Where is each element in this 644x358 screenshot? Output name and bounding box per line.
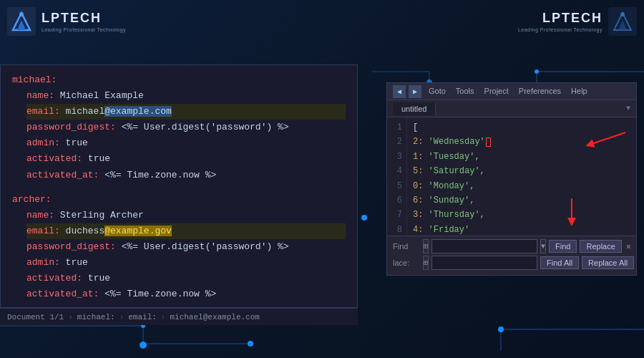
logo-left-sub: Leading Professional Technology: [42, 27, 126, 32]
svg-point-21: [620, 12, 625, 16]
sublime-tab-untitled[interactable]: untitled: [393, 102, 436, 115]
replace-row: lace: ⊞ Find All Replace All: [393, 256, 630, 270]
ln-2: 2: [391, 135, 402, 149]
sublime-menubar: ◀ ▶ Goto Tools Project Preferences Help: [387, 83, 636, 100]
archer-fields: name: Sterling Archer email: duchess@exa…: [12, 208, 346, 303]
replace-all-button[interactable]: Replace All: [582, 256, 634, 269]
menu-preferences[interactable]: Preferences: [514, 85, 565, 98]
ln-5: 5: [391, 179, 402, 193]
editor-panel: michael: name: Michael Example email: mi…: [0, 64, 358, 308]
replace-button[interactable]: Replace: [580, 240, 621, 253]
status-value: michael@example.com: [170, 313, 259, 321]
sublime-menus: ◀ ▶ Goto Tools Project Preferences Help: [393, 85, 592, 98]
menu-goto[interactable]: Goto: [424, 85, 450, 98]
status-field: email:: [128, 313, 157, 321]
find-button[interactable]: Find: [549, 240, 577, 253]
nav-prev-btn[interactable]: ◀: [393, 85, 406, 98]
michael-email-field: email: michael@example.com: [26, 104, 346, 120]
michael-activated-at-field: activated_at: <%= Time.zone.now %>: [26, 168, 346, 183]
michael-admin-field: admin: true: [26, 135, 346, 151]
code-line-7: 3: 'Thursday',: [413, 208, 630, 222]
logo-right: LPTECH Leading Professional Technology: [518, 7, 637, 36]
dot-1: [361, 215, 367, 221]
ln-4: 4: [391, 164, 402, 178]
line-numbers: 1 2 3 4 5 6 7 8 9: [387, 117, 407, 236]
code-line-2: 2: 'Wednesday': [413, 135, 630, 149]
find-input[interactable]: [431, 239, 537, 253]
menu-project[interactable]: Project: [480, 85, 513, 98]
code-line-3: 1: 'Tuesday',: [413, 150, 630, 164]
michael-key: michael:: [12, 74, 57, 85]
sublime-code-area: 1 2 3 4 5 6 7 8 9 [ 2: 'Wednesday' 1: 'T…: [387, 117, 636, 236]
michael-activated-field: activated: true: [26, 151, 346, 167]
logo-right-icon: [608, 7, 637, 36]
sublime-code: [ 2: 'Wednesday' 1: 'Tuesday', 5: 'Satur…: [407, 117, 636, 236]
logo-right-sub: Leading Professional Technology: [518, 27, 602, 32]
find-row: Find ⊞ ▼ Find Replace ✕: [393, 239, 630, 253]
section-michael: michael:: [12, 72, 346, 88]
code-line-8: 4: 'Friday': [413, 223, 630, 236]
tab-dropdown-arrow[interactable]: ▼: [626, 105, 630, 112]
ln-8: 8: [391, 223, 402, 236]
ln-7: 7: [391, 208, 402, 222]
code-line-6: 6: 'Sunday',: [413, 193, 630, 208]
code-line-1: [: [413, 120, 630, 135]
find-label: Find: [393, 242, 420, 251]
find-replace-bar: Find ⊞ ▼ Find Replace ✕ lace: ⊞ Find All…: [387, 236, 636, 275]
dot-2: [140, 342, 147, 349]
svg-point-17: [19, 12, 24, 16]
ln-6: 6: [391, 193, 402, 208]
find-close-btn[interactable]: ✕: [626, 241, 631, 252]
code-line-5: 0: 'Monday',: [413, 179, 630, 193]
replace-label: lace:: [393, 258, 420, 267]
archer-admin-field: admin: true: [26, 255, 346, 271]
archer-activated-field: activated: true: [26, 271, 346, 286]
status-bar: Document 1/1 › michael: › email: › micha…: [0, 308, 358, 325]
ln-3: 3: [391, 150, 402, 164]
section-archer: archer:: [12, 192, 346, 208]
logo-left-name: LPTECH: [42, 11, 126, 26]
status-section: michael:: [77, 313, 115, 321]
status-path: Document 1/1: [7, 313, 64, 321]
archer-email-field: email: duchess@example.gov: [26, 223, 346, 239]
logo-right-name: LPTECH: [518, 11, 602, 26]
archer-password-field: password_digest: <%= User.digest('passwo…: [26, 239, 346, 255]
code-line-4: 5: 'Saturday',: [413, 164, 630, 178]
archer-name-field: name: Sterling Archer: [26, 208, 346, 223]
menu-help[interactable]: Help: [567, 85, 592, 98]
find-dropdown-btn[interactable]: ▼: [540, 239, 546, 253]
find-all-button[interactable]: Find All: [540, 256, 579, 269]
michael-name-field: name: Michael Example: [26, 88, 346, 104]
sublime-tabbar: untitled ▼: [387, 100, 636, 117]
replace-input[interactable]: [431, 256, 537, 270]
sublime-panel: ◀ ▶ Goto Tools Project Preferences Help …: [386, 82, 637, 276]
editor-content: michael: name: Michael Example email: mi…: [1, 65, 357, 308]
find-icon-btn[interactable]: ⊞: [423, 239, 429, 253]
replace-icon-btn[interactable]: ⊞: [423, 256, 429, 270]
nav-next-btn[interactable]: ▶: [409, 85, 421, 98]
archer-key: archer:: [12, 194, 52, 205]
logo-left: LPTECH Leading Professional Technology: [7, 7, 126, 36]
ln-1: 1: [391, 120, 402, 135]
michael-fields: name: Michael Example email: michael@exa…: [12, 88, 346, 183]
menu-tools[interactable]: Tools: [452, 85, 479, 98]
archer-activated-at-field: activated_at: <%= Time.zone.now %>: [26, 286, 346, 302]
michael-password-field: password_digest: <%= User.digest('passwo…: [26, 120, 346, 135]
logo-left-icon: [7, 7, 36, 36]
